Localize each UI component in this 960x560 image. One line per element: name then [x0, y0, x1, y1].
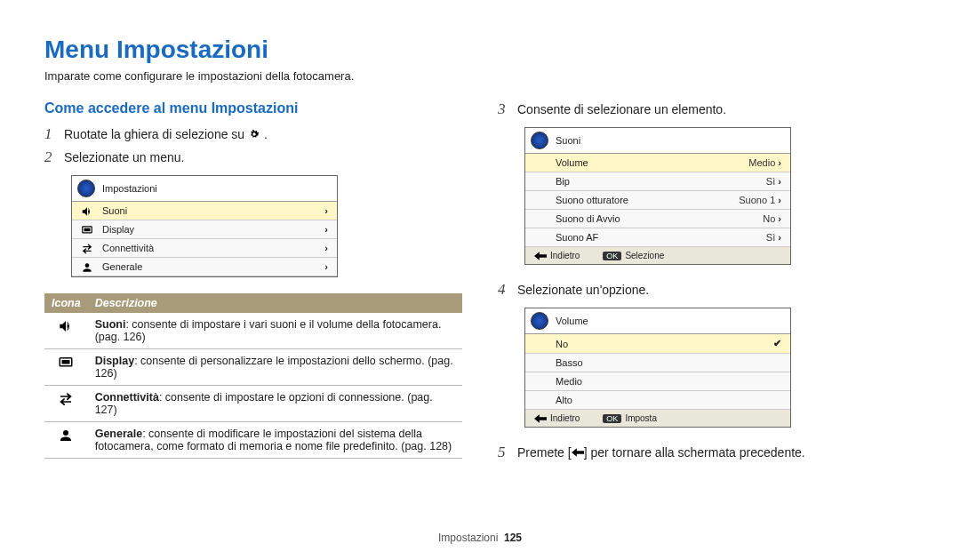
row-value: No: [763, 213, 775, 224]
th-descrizione: Descrizione: [88, 293, 462, 313]
row-label: Suono di Avvio: [556, 213, 620, 224]
row-label: No: [556, 339, 568, 349]
screen-title: Volume: [556, 316, 588, 326]
camera-screen-settings-root: Impostazioni Suoni› Display› Connettivit…: [71, 175, 338, 277]
step-num: 2: [44, 148, 64, 166]
display-icon: [81, 224, 93, 236]
section-heading: Come accedere al menu Impostazioni: [44, 100, 462, 116]
col-left: Come accedere al menu Impostazioni 1 Ruo…: [44, 100, 462, 467]
row-label: Volume: [556, 157, 588, 168]
row-label: Bip: [556, 176, 570, 187]
step-num: 3: [498, 100, 517, 118]
step1-pre: Ruotate la ghiera di selezione su: [64, 127, 248, 141]
chevron-right-icon: ›: [778, 195, 781, 205]
general-icon: [81, 261, 93, 274]
footer-chapter: Impostazioni: [438, 532, 498, 544]
screen-row-connettivita: Connettività›: [72, 239, 337, 258]
row-label: Basso: [556, 357, 583, 368]
footer-page-number: 125: [504, 532, 522, 544]
chevron-right-icon: ›: [324, 224, 328, 235]
row-label: Connettività: [102, 243, 154, 253]
mode-dial-icon: [531, 132, 548, 149]
desc-cell: Display: consente di personalizzare le i…: [88, 349, 462, 386]
screen-row: Bip Sì ›: [525, 172, 790, 191]
camera-screen-volume: Volume No ✔ Basso Medio Alto Indietro OK…: [524, 308, 791, 428]
camera-screen-suoni: Suoni Volume Medio › Bip Sì › Suono ottu…: [524, 127, 791, 265]
screen-row: Medio: [525, 372, 790, 391]
step-5: 5 Premete [] per tornare alla schermata …: [498, 444, 916, 461]
row-value: Medio: [748, 157, 775, 168]
chevron-right-icon: ›: [324, 261, 328, 272]
back-icon: [572, 446, 584, 459]
svg-rect-1: [84, 228, 91, 232]
screen-footer: Indietro OK Selezione: [525, 247, 790, 264]
connectivity-icon: [58, 391, 74, 407]
back-icon: [534, 414, 547, 423]
screen-row: No ✔: [525, 334, 790, 354]
screen-row: Alto: [525, 391, 790, 410]
step4-text: Selezionate un'opzione.: [517, 281, 916, 297]
chevron-right-icon: ›: [324, 205, 328, 216]
row-label: Generale: [102, 261, 142, 272]
sound-icon: [81, 205, 93, 218]
desc-cell: Generale: consente di modificare le impo…: [88, 422, 462, 459]
check-icon: ✔: [773, 338, 781, 349]
step-2: 2 Selezionate un menu.: [44, 148, 462, 166]
chevron-right-icon: ›: [778, 213, 781, 224]
screen-row: Volume Medio ›: [525, 154, 790, 172]
screen-row: Suono di Avvio No ›: [525, 210, 790, 228]
row-label: Suoni: [102, 205, 127, 216]
screen-row-suoni: Suoni›: [72, 202, 337, 220]
screen-row: Suono otturatore Suono 1 ›: [525, 191, 790, 210]
desc-cell: Connettività: consente di impostare le o…: [88, 386, 462, 422]
screen-title: Suoni: [556, 135, 580, 146]
svg-rect-3: [62, 360, 70, 364]
ok-key-icon: OK: [603, 414, 621, 423]
step5-pre: Premete [: [517, 445, 572, 460]
desc-cell: Suoni: consente di impostare i vari suon…: [88, 313, 462, 349]
ok-key-icon: OK: [603, 252, 621, 260]
page-footer: Impostazioni 125: [0, 532, 960, 544]
step-num: 4: [498, 281, 517, 299]
step2-text: Selezionate un menu.: [64, 148, 462, 164]
chevron-right-icon: ›: [778, 176, 781, 187]
row-label: Medio: [556, 376, 582, 387]
connectivity-icon: [81, 243, 93, 255]
screen-row-display: Display›: [72, 220, 337, 239]
intro-text: Imparate come configurare le impostazion…: [44, 69, 916, 83]
step-3: 3 Consente di selezionare un elemento.: [498, 100, 916, 118]
step-num: 1: [44, 125, 64, 143]
chevron-right-icon: ›: [778, 157, 781, 168]
step-num: 5: [498, 444, 517, 461]
screen-footer: Indietro OK Imposta: [525, 410, 790, 427]
row-label: Suono AF: [556, 232, 598, 243]
th-icona: Icona: [44, 293, 88, 313]
row-value: Suono 1: [739, 195, 775, 205]
step-4: 4 Selezionate un'opzione.: [498, 281, 916, 299]
mode-dial-icon: [531, 312, 548, 330]
display-icon: [58, 355, 74, 371]
step-1: 1 Ruotate la ghiera di selezione su .: [44, 125, 462, 143]
row-value: Sì: [766, 232, 775, 243]
row-label: Display: [102, 224, 134, 235]
chevron-right-icon: ›: [778, 232, 781, 243]
step3-text: Consente di selezionare un elemento.: [517, 100, 916, 116]
step5-post: ] per tornare alla schermata precedente.: [584, 445, 805, 460]
screen-row: Suono AF Sì ›: [525, 228, 790, 247]
screen-row-generale: Generale›: [72, 258, 337, 276]
step1-post: .: [264, 127, 268, 141]
row-label: Alto: [556, 395, 572, 405]
general-icon: [58, 428, 74, 444]
mode-dial-icon: [77, 180, 95, 197]
screen-title: Impostazioni: [102, 183, 157, 194]
back-icon: [534, 252, 547, 260]
page-title: Menu Impostazioni: [44, 36, 916, 64]
col-right: 3 Consente di selezionare un elemento. S…: [498, 100, 916, 467]
screen-row: Basso: [525, 354, 790, 372]
gear-icon: [248, 128, 260, 140]
chevron-right-icon: ›: [324, 243, 328, 253]
icon-description-table: Icona Descrizione Suoni: consente di imp…: [44, 293, 462, 459]
row-label: Suono otturatore: [556, 195, 628, 205]
sound-icon: [58, 318, 74, 334]
row-value: Sì: [766, 176, 775, 187]
